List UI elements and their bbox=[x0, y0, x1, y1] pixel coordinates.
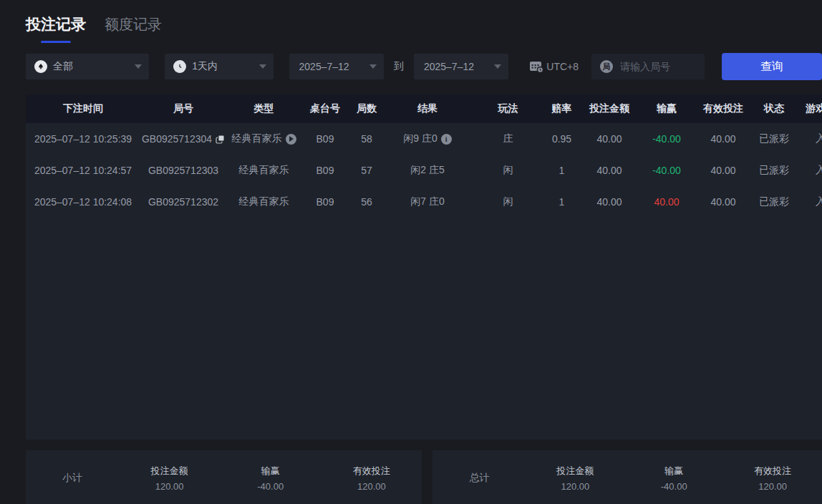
game-type: 经典百家乐 bbox=[226, 164, 301, 177]
chevron-down-icon bbox=[494, 64, 501, 69]
game-mode: 入座 bbox=[794, 132, 822, 145]
odds: 1 bbox=[546, 165, 578, 176]
status-badge: 已派彩 bbox=[754, 164, 794, 177]
valid-bet: 40.00 bbox=[692, 165, 754, 176]
record-tabs: 投注记录 额度记录 bbox=[0, 0, 822, 43]
date-from-value: 2025–7–12 bbox=[299, 61, 349, 72]
col-round-no: 局数 bbox=[349, 102, 385, 115]
round-id: GB0925712302 bbox=[140, 196, 226, 208]
round-number-field[interactable]: 局 bbox=[591, 54, 705, 79]
game-mode: 入座 bbox=[794, 164, 822, 177]
bet-time: 2025–07–12 10:25:39 bbox=[26, 133, 140, 145]
calendar-icon bbox=[528, 59, 544, 74]
tab-quota-label: 额度记录 bbox=[105, 16, 162, 32]
chevron-down-icon bbox=[369, 64, 377, 69]
clock-icon bbox=[173, 60, 186, 73]
game-type-value: 全部 bbox=[53, 60, 73, 73]
bet-time: 2025–07–12 10:24:08 bbox=[26, 196, 140, 208]
col-result: 结果 bbox=[385, 102, 470, 115]
info-icon[interactable]: i bbox=[441, 134, 452, 145]
subtotal-title: 小计 bbox=[26, 472, 119, 485]
table-no: B09 bbox=[301, 133, 349, 145]
round-no: 58 bbox=[349, 133, 385, 145]
result: 闲2 庄5 bbox=[385, 164, 470, 177]
winloss: 40.00 bbox=[641, 196, 692, 208]
col-bet-time: 下注时间 bbox=[26, 102, 140, 115]
col-odds: 赔率 bbox=[546, 102, 578, 115]
round-no: 56 bbox=[349, 196, 385, 208]
col-type: 类型 bbox=[226, 102, 301, 115]
valid-bet: 40.00 bbox=[692, 196, 754, 208]
filter-bar: 全部 1天内 2025–7–12 到 2025–7–12 UTC+8 局 查询 bbox=[26, 53, 822, 80]
table-no: B09 bbox=[301, 196, 349, 208]
chevron-down-icon bbox=[135, 64, 142, 69]
bet-amount: 40.00 bbox=[578, 165, 641, 176]
col-amount: 投注金额 bbox=[578, 102, 641, 115]
col-game-mode: 游戏模式 bbox=[794, 102, 822, 115]
play: 闲 bbox=[470, 195, 546, 208]
betting-records-table: 下注时间 局号 类型 桌台号 局数 结果 玩法 赔率 投注金额 输赢 有效投注 … bbox=[26, 94, 822, 440]
round-id: GB0925712303 bbox=[140, 165, 226, 176]
tab-betting-records[interactable]: 投注记录 bbox=[26, 14, 86, 43]
table-header-row: 下注时间 局号 类型 桌台号 局数 结果 玩法 赔率 投注金额 输赢 有效投注 … bbox=[26, 94, 822, 123]
game-type: 经典百家乐 bbox=[226, 195, 301, 208]
subtotal-winloss: 输赢 -40.00 bbox=[220, 465, 321, 492]
status-badge: 已派彩 bbox=[754, 132, 794, 145]
round-icon: 局 bbox=[600, 60, 613, 73]
col-play: 玩法 bbox=[470, 102, 546, 115]
table-no: B09 bbox=[301, 165, 349, 176]
bet-amount: 40.00 bbox=[578, 196, 641, 208]
date-from-select[interactable]: 2025–7–12 bbox=[289, 54, 384, 79]
spade-icon bbox=[34, 60, 47, 73]
bet-time: 2025–07–12 10:24:57 bbox=[26, 165, 140, 176]
game-type: 经典百家乐 bbox=[226, 132, 301, 145]
bet-amount: 40.00 bbox=[578, 133, 641, 145]
play: 庄 bbox=[470, 132, 546, 145]
copy-icon[interactable] bbox=[216, 135, 225, 144]
time-range-select[interactable]: 1天内 bbox=[165, 54, 273, 79]
search-button[interactable]: 查询 bbox=[722, 53, 822, 80]
col-winloss: 输赢 bbox=[641, 102, 692, 115]
subtotal-panel: 小计 投注金额 120.00 输赢 -40.00 有效投注 120.00 bbox=[26, 450, 422, 504]
active-tab-underline bbox=[41, 41, 71, 43]
table-row: 2025–07–12 10:24:57 GB0925712303 经典百家乐 B… bbox=[26, 155, 822, 186]
date-to-label: 到 bbox=[394, 60, 404, 73]
play: 闲 bbox=[470, 164, 546, 177]
result: 闲9 庄0 i bbox=[385, 132, 470, 145]
chevron-down-icon bbox=[259, 64, 266, 69]
table-row: 2025–07–12 10:25:39 GB0925712304 经典百家乐 B… bbox=[26, 123, 822, 155]
subtotal-valid: 有效投注 120.00 bbox=[321, 465, 422, 492]
col-status: 状态 bbox=[754, 102, 794, 115]
tab-betting-label: 投注记录 bbox=[26, 16, 86, 32]
odds: 1 bbox=[546, 196, 578, 208]
date-to-select[interactable]: 2025–7–12 bbox=[414, 54, 508, 79]
game-type-select[interactable]: 全部 bbox=[26, 54, 149, 79]
col-valid-bet: 有效投注 bbox=[692, 102, 754, 115]
timezone-value: UTC+8 bbox=[546, 61, 579, 72]
result: 闲7 庄0 bbox=[385, 195, 470, 208]
total-winloss: 输赢 -40.00 bbox=[624, 465, 723, 492]
total-panel: 总计 投注金额 120.00 输赢 -40.00 有效投注 120.00 bbox=[432, 450, 822, 504]
time-range-value: 1天内 bbox=[192, 60, 218, 73]
valid-bet: 40.00 bbox=[692, 133, 754, 145]
col-table-no: 桌台号 bbox=[301, 102, 349, 115]
odds: 0.95 bbox=[546, 133, 578, 145]
table-row: 2025–07–12 10:24:08 GB0925712302 经典百家乐 B… bbox=[26, 186, 822, 218]
summary-bars: 小计 投注金额 120.00 输赢 -40.00 有效投注 120.00 总计 … bbox=[26, 450, 822, 504]
game-mode: 入座 bbox=[794, 195, 822, 208]
total-valid: 有效投注 120.00 bbox=[723, 465, 822, 492]
date-to-value: 2025–7–12 bbox=[424, 61, 474, 72]
tab-quota-records[interactable]: 额度记录 bbox=[105, 15, 162, 34]
subtotal-amount: 投注金额 120.00 bbox=[119, 465, 220, 492]
replay-icon[interactable] bbox=[286, 134, 296, 145]
col-round-id: 局号 bbox=[140, 102, 226, 115]
total-title: 总计 bbox=[432, 472, 526, 485]
round-id: GB0925712304 bbox=[140, 133, 226, 145]
timezone-indicator: UTC+8 bbox=[528, 59, 579, 74]
total-amount: 投注金额 120.00 bbox=[526, 465, 624, 492]
round-no: 57 bbox=[349, 165, 385, 176]
winloss: -40.00 bbox=[641, 133, 692, 145]
status-badge: 已派彩 bbox=[754, 195, 794, 208]
round-number-input[interactable] bbox=[619, 60, 697, 73]
winloss: -40.00 bbox=[641, 165, 692, 176]
